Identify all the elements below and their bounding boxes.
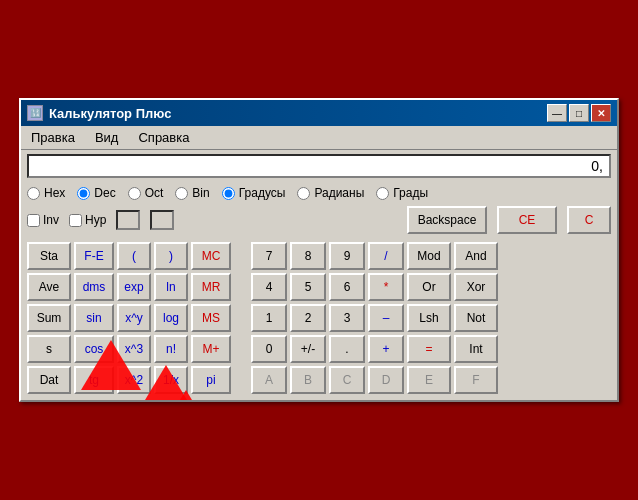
left-row-1: Sta F-E ( ) MC [27,242,247,270]
hex-c[interactable]: C [329,366,365,394]
xor-button[interactable]: Xor [454,273,498,301]
number-base-row: Hex Dec Oct Bin Градусы Радианы Грады [21,182,617,204]
log-button[interactable]: log [154,304,188,332]
plusminus-button[interactable]: +/- [290,335,326,363]
small-box-1 [116,210,140,230]
lparen-button[interactable]: ( [117,242,151,270]
hex-row: A B C D E F [251,366,611,394]
hex-e[interactable]: E [407,366,451,394]
ms-button[interactable]: MS [191,304,231,332]
num-8[interactable]: 8 [290,242,326,270]
ce-button[interactable]: CE [497,206,557,234]
dot-button[interactable]: . [329,335,365,363]
equals-button[interactable]: = [407,335,451,363]
title-controls: — □ ✕ [547,104,611,122]
menu-item-view[interactable]: Вид [89,128,125,147]
ave-button[interactable]: Ave [27,273,71,301]
checkbox-inv[interactable]: Inv [27,213,59,227]
mul-button[interactable]: * [368,273,404,301]
display-input[interactable] [27,154,611,178]
menu-bar: Правка Вид Справка [21,126,617,150]
num-6[interactable]: 6 [329,273,365,301]
rparen-button[interactable]: ) [154,242,188,270]
sin-button[interactable]: sin [74,304,114,332]
hex-a[interactable]: A [251,366,287,394]
title-bar: 🔢 Калькулятор Плюс — □ ✕ [21,100,617,126]
small-box-2 [150,210,174,230]
num-7[interactable]: 7 [251,242,287,270]
num-5[interactable]: 5 [290,273,326,301]
num-4[interactable]: 4 [251,273,287,301]
dms-button[interactable]: dms [74,273,114,301]
num-0[interactable]: 0 [251,335,287,363]
num-2[interactable]: 2 [290,304,326,332]
and-button[interactable]: And [454,242,498,270]
window-title: Калькулятор Плюс [49,106,171,121]
num-row-1: 7 8 9 / Mod And [251,242,611,270]
num-1[interactable]: 1 [251,304,287,332]
radio-radians[interactable]: Радианы [297,186,364,200]
cos-button[interactable]: cos [74,335,114,363]
minimize-button[interactable]: — [547,104,567,122]
dat-button[interactable]: Dat [27,366,71,394]
not-button[interactable]: Not [454,304,498,332]
xpow3-button[interactable]: x^3 [117,335,151,363]
calc-body: Sta F-E ( ) MC Ave dms exp ln MR Sum sin… [21,238,617,400]
num-row-3: 1 2 3 – Lsh Not [251,304,611,332]
radio-oct[interactable]: Oct [128,186,164,200]
lsh-button[interactable]: Lsh [407,304,451,332]
app-icon: 🔢 [27,105,43,121]
left-panel: Sta F-E ( ) MC Ave dms exp ln MR Sum sin… [27,242,247,394]
left-row-5: Dat tg x^2 1/x pi [27,366,247,394]
tg-button[interactable]: tg [74,366,114,394]
mc-button[interactable]: MC [191,242,231,270]
radio-degrees[interactable]: Градусы [222,186,286,200]
xpow2-button[interactable]: x^2 [117,366,151,394]
pi-button[interactable]: pi [191,366,231,394]
num-row-2: 4 5 6 * Or Xor [251,273,611,301]
radio-dec[interactable]: Dec [77,186,115,200]
xpowy-button[interactable]: x^y [117,304,151,332]
exp-button[interactable]: exp [117,273,151,301]
s-button[interactable]: s [27,335,71,363]
radio-hex[interactable]: Hex [27,186,65,200]
checkbox-hyp[interactable]: Hyp [69,213,106,227]
sub-button[interactable]: – [368,304,404,332]
num-3[interactable]: 3 [329,304,365,332]
nfact-button[interactable]: n! [154,335,188,363]
calculator-window: 🔢 Калькулятор Плюс — □ ✕ Правка Вид Спра… [19,98,619,402]
menu-item-edit[interactable]: Правка [25,128,81,147]
reciprocal-button[interactable]: 1/x [154,366,188,394]
left-row-3: Sum sin x^y log MS [27,304,247,332]
backspace-button[interactable]: Backspace [407,206,487,234]
num-row-4: 0 +/- . + = Int [251,335,611,363]
hex-d[interactable]: D [368,366,404,394]
hex-b[interactable]: B [290,366,326,394]
sta-button[interactable]: Sta [27,242,71,270]
title-bar-left: 🔢 Калькулятор Плюс [27,105,171,121]
mr-button[interactable]: MR [191,273,231,301]
div-button[interactable]: / [368,242,404,270]
fe-button[interactable]: F-E [74,242,114,270]
radio-grads[interactable]: Грады [376,186,428,200]
add-button[interactable]: + [368,335,404,363]
left-row-4: s cos x^3 n! M+ [27,335,247,363]
c-button[interactable]: C [567,206,611,234]
radio-bin[interactable]: Bin [175,186,209,200]
left-row-2: Ave dms exp ln MR [27,273,247,301]
menu-item-help[interactable]: Справка [132,128,195,147]
num-9[interactable]: 9 [329,242,365,270]
or-button[interactable]: Or [407,273,451,301]
hex-f[interactable]: F [454,366,498,394]
mplus-button[interactable]: M+ [191,335,231,363]
display-area [21,150,617,182]
close-button[interactable]: ✕ [591,104,611,122]
checkbox-row: Inv Hyp Backspace CE C [21,204,617,238]
maximize-button[interactable]: □ [569,104,589,122]
ln-button[interactable]: ln [154,273,188,301]
right-panel: 7 8 9 / Mod And 4 5 6 * Or Xor 1 2 3 – L… [251,242,611,394]
sum-button[interactable]: Sum [27,304,71,332]
mod-button[interactable]: Mod [407,242,451,270]
int-button[interactable]: Int [454,335,498,363]
